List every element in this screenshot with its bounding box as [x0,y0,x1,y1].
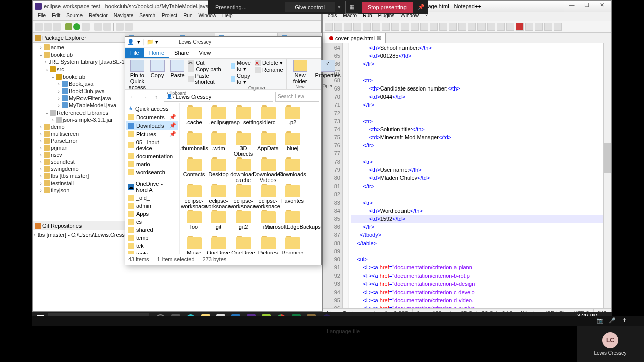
up-button[interactable]: ↑ [151,92,162,102]
pin-button[interactable]: Pin to Quick access [128,60,146,90]
chevron-down-icon[interactable]: ▾ [335,4,344,10]
menu-source[interactable]: Source [63,12,86,20]
toggle-icon[interactable] [125,23,133,31]
nav-pane[interactable]: ★Quick access Documents📌 Downloads📌 Pict… [125,103,180,254]
give-control-button[interactable]: Give control [285,2,335,12]
fold-margin[interactable] [343,43,349,308]
scrollbar[interactable] [603,43,611,308]
code-area[interactable]: <th>School number:</th> <td>001285</td> … [349,43,611,308]
file-item[interactable]: Desktop [207,158,230,183]
run-icon[interactable] [73,23,80,30]
npp-editor[interactable]: 6465666768697071727374757677787980818283… [323,43,611,308]
explorer-titlebar[interactable]: 👤 ▾ │ 📁 ▾ Lewis Cressey [125,37,321,48]
file-item[interactable]: ibcs [256,210,280,235]
file-item[interactable]: AppData [256,132,280,157]
nav-downloads[interactable]: Downloads📌 [126,121,178,130]
open-icon[interactable] [334,23,342,31]
forward-button[interactable]: → [139,92,149,102]
debug-icon[interactable] [65,23,72,30]
file-item[interactable]: git2 [231,210,255,235]
file-grid[interactable]: .cache.eclipse.grasp_settings.idlerc.p2.… [180,103,321,254]
paste-shortcut-button[interactable]: Paste shortcut [188,73,225,85]
delete-button[interactable]: ✕Delete ▾ [255,60,283,66]
file-item[interactable]: eclipse-workspace-test [256,184,280,209]
copy-button[interactable]: Copy [148,60,167,78]
saveall-icon[interactable] [353,23,361,31]
menu-navigate[interactable]: Navigate [111,12,136,20]
file-item[interactable]: OneDrive [207,236,230,254]
save-icon[interactable] [344,23,352,31]
breadcrumb[interactable]: 👤 › Lewis Cressey [164,92,273,102]
ribbon-tab-file[interactable]: File [125,48,144,58]
file-item[interactable]: Favorites [281,184,304,209]
minimize-button[interactable]: — [564,2,579,11]
file-item[interactable]: eclipse-workspace [182,184,206,209]
coverage-icon[interactable] [82,23,90,31]
close-button[interactable]: ✕ [594,2,609,11]
file-item[interactable]: git [207,210,230,235]
file-item[interactable]: Contacts [182,158,206,183]
file-item[interactable]: .idlerc [256,106,280,131]
rename-button[interactable]: Rename [255,67,283,73]
teams-cam-icon[interactable]: 📷 [597,317,604,324]
file-item[interactable]: Downloads [281,158,304,183]
file-item[interactable]: .wdm [207,132,230,157]
save-icon[interactable] [44,23,52,31]
file-item[interactable]: OneDrive - Nord Anglia Education [231,236,255,254]
maximize-button[interactable]: ☐ [579,2,594,11]
search-input[interactable]: Search Lew [275,92,319,102]
cut-button[interactable]: ✂Cut [188,60,225,66]
file-item[interactable]: MicrosoftEdgeBackups [281,210,304,235]
new-icon[interactable] [35,23,43,31]
teams-mic-icon[interactable]: 🎤 [609,317,616,324]
menu-search[interactable]: Search [136,12,158,20]
new-icon[interactable] [325,23,333,31]
stop-presenting-button[interactable]: Stop presenting [362,2,413,13]
teams-user-tile[interactable]: LC Lewis Cressey [577,326,644,362]
file-item[interactable]: eclipse-workspace-fix [231,184,255,209]
back-button[interactable]: ← [127,92,137,102]
teams-more-icon[interactable]: ⋯ [633,317,640,324]
properties-button[interactable]: ✓Properties [317,60,339,78]
copy-to-button[interactable]: Copy to ▾ [231,73,253,85]
file-item[interactable]: .eclipse [207,106,230,131]
copy-path-button[interactable]: Copy path [188,66,225,72]
menu-file[interactable]: File [35,12,49,20]
move-to-button[interactable]: Move to ▾ [231,60,253,72]
search-icon[interactable] [116,23,124,31]
file-item[interactable]: .p2 [281,106,304,131]
new-package-icon[interactable] [94,23,102,31]
close-tab-icon[interactable]: ⊠ [377,35,381,41]
menu-refactor[interactable]: Refactor [86,12,111,20]
file-item[interactable]: Roaming [281,236,304,254]
file-item[interactable]: bluej [281,132,304,157]
scroll-thumb[interactable] [604,143,611,173]
file-item[interactable]: Music [182,236,206,254]
new-folder-button[interactable]: New folder [290,60,311,84]
file-item[interactable]: .cache [182,106,206,131]
tab-cover-page[interactable]: cover-page.html⊠ [325,33,386,43]
ribbon-tab-home[interactable]: Home [144,48,169,58]
file-item[interactable]: .thumbnails [182,132,206,157]
paste-button[interactable]: Paste [169,60,187,78]
file-item[interactable]: foo [182,210,206,235]
file-item[interactable]: Downloaded Videos [256,158,280,183]
file-item[interactable]: download-cache [231,158,255,183]
package-tree[interactable]: ›acme ⌄bookclub ›JRE System Library [Jav… [33,43,125,221]
menu-run[interactable]: Run [180,12,195,20]
pin-icon[interactable]: 📌 [415,4,428,10]
file-item[interactable]: 3D Objects [231,132,255,157]
git-icon [35,223,41,229]
teams-share-icon[interactable]: ⬆ [621,317,628,324]
menu-project[interactable]: Project [158,12,180,20]
file-item[interactable]: eclipse-workspace-demo [207,184,230,209]
ribbon-tab-share[interactable]: Share [169,48,194,58]
saveall-icon[interactable] [53,23,61,31]
file-item[interactable]: .grasp_settings [231,106,255,131]
ribbon-tab-view[interactable]: View [194,48,216,58]
record-icon[interactable] [516,23,524,31]
new-class-icon[interactable] [103,23,111,31]
include-sound-icon[interactable]: ▦ [345,1,358,14]
menu-edit[interactable]: Edit [49,12,63,20]
file-item[interactable]: Pictures [256,236,280,254]
